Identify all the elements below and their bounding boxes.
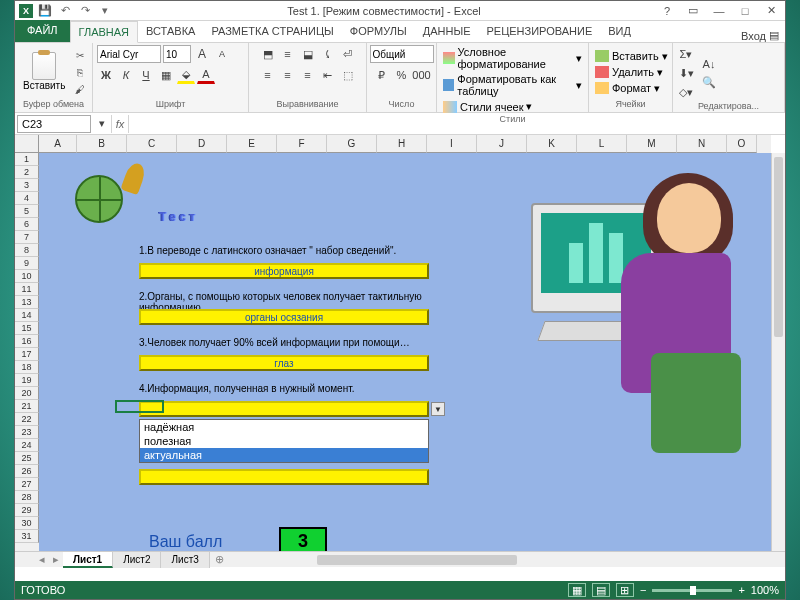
italic-button[interactable]: К: [117, 66, 135, 84]
name-box[interactable]: [17, 115, 91, 133]
answer-3[interactable]: глаз: [139, 355, 429, 371]
delete-cells-button[interactable]: Удалить▾: [593, 65, 670, 80]
percent-button[interactable]: %: [393, 66, 411, 84]
dropdown-list[interactable]: надёжная полезная актуальная: [139, 419, 429, 463]
login-icon[interactable]: ▤: [769, 29, 779, 42]
qat-undo[interactable]: ↶: [57, 3, 73, 19]
maximize-button[interactable]: □: [733, 2, 757, 20]
clear-button[interactable]: ◇▾: [677, 83, 695, 101]
answer-2[interactable]: органы осязания: [139, 309, 429, 325]
cell-styles-button[interactable]: Стили ячеек▾: [441, 99, 584, 114]
ribbon-toggle[interactable]: ▭: [681, 2, 705, 20]
font-name-select[interactable]: [97, 45, 161, 63]
view-normal-button[interactable]: ▦: [568, 583, 586, 597]
horizontal-scrollbar[interactable]: [315, 553, 771, 567]
view-pagebreak-button[interactable]: ⊞: [616, 583, 634, 597]
row-headers[interactable]: 1234567891011131415161718192021222324252…: [15, 153, 39, 551]
wordart-title: Тест: [159, 164, 199, 236]
dropdown-item-0[interactable]: надёжная: [140, 420, 428, 434]
tab-data[interactable]: ДАННЫЕ: [415, 20, 479, 42]
question-3: 3.Человек получает 90% всей информации п…: [139, 337, 479, 348]
dropdown-item-2[interactable]: актуальная: [140, 448, 428, 462]
align-bottom-button[interactable]: ⬓: [299, 45, 317, 63]
person-clipart: [511, 173, 751, 473]
sheet-nav-next[interactable]: ▸: [49, 553, 63, 566]
tab-home[interactable]: ГЛАВНАЯ: [70, 21, 138, 43]
sort-filter-button[interactable]: A↓: [697, 55, 721, 73]
help-button[interactable]: ?: [655, 2, 679, 20]
format-as-table-button[interactable]: Форматировать как таблицу▾: [441, 72, 584, 98]
add-sheet-button[interactable]: ⊕: [210, 553, 230, 566]
insert-cells-button[interactable]: Вставить▾: [593, 49, 670, 64]
wrap-text-button[interactable]: ⏎: [339, 45, 357, 63]
tab-file[interactable]: ФАЙЛ: [15, 20, 70, 42]
cut-button[interactable]: ✂: [71, 47, 89, 63]
align-middle-button[interactable]: ≡: [279, 45, 297, 63]
tab-review[interactable]: РЕЦЕНЗИРОВАНИЕ: [478, 20, 600, 42]
tab-formulas[interactable]: ФОРМУЛЫ: [342, 20, 415, 42]
font-size-select[interactable]: [163, 45, 191, 63]
format-painter-button[interactable]: 🖌: [71, 81, 89, 97]
answer-1[interactable]: информация: [139, 263, 429, 279]
underline-button[interactable]: Ч: [137, 66, 155, 84]
bold-button[interactable]: Ж: [97, 66, 115, 84]
vertical-scrollbar[interactable]: [771, 153, 785, 551]
answer-4[interactable]: [139, 401, 429, 417]
zoom-level[interactable]: 100%: [751, 584, 779, 596]
fill-button[interactable]: ⬇▾: [677, 64, 695, 82]
orientation-button[interactable]: ⤹: [319, 45, 337, 63]
format-cells-button[interactable]: Формат▾: [593, 81, 670, 96]
excel-window: X 💾 ↶ ↷ ▾ Test 1. [Режим совместимости] …: [14, 0, 786, 600]
dropdown-item-1[interactable]: полезная: [140, 434, 428, 448]
paste-button[interactable]: Вставить: [19, 51, 69, 93]
qat-more[interactable]: ▾: [97, 3, 113, 19]
h-scroll-thumb[interactable]: [317, 555, 517, 565]
merge-button[interactable]: ⬚: [339, 66, 357, 84]
zoom-slider[interactable]: [652, 589, 732, 592]
sheet-tab-2[interactable]: Лист2: [113, 552, 161, 568]
copy-button[interactable]: ⎘: [71, 64, 89, 80]
name-box-dropdown[interactable]: ▾: [93, 115, 111, 133]
worksheet-canvas[interactable]: Тест 1.В переводе с латинского означает …: [39, 153, 771, 551]
tab-page-layout[interactable]: РАЗМЕТКА СТРАНИЦЫ: [203, 20, 341, 42]
increase-font-button[interactable]: A: [193, 45, 211, 63]
align-right-button[interactable]: ≡: [299, 66, 317, 84]
qat-save[interactable]: 💾: [37, 3, 53, 19]
currency-button[interactable]: ₽: [373, 66, 391, 84]
dropdown-button[interactable]: ▼: [431, 402, 445, 416]
delete-icon: [595, 66, 609, 78]
sheet-tab-3[interactable]: Лист3: [161, 552, 209, 568]
decrease-indent-button[interactable]: ⇤: [319, 66, 337, 84]
qat-redo[interactable]: ↷: [77, 3, 93, 19]
tab-view[interactable]: ВИД: [600, 20, 639, 42]
number-format-select[interactable]: [370, 45, 434, 63]
sheet-nav-prev[interactable]: ◂: [35, 553, 49, 566]
sheet-tab-1[interactable]: Лист1: [63, 552, 113, 568]
answer-5[interactable]: [139, 469, 429, 485]
close-button[interactable]: ✕: [759, 2, 783, 20]
autosum-button[interactable]: Σ▾: [677, 45, 695, 63]
zoom-in-button[interactable]: +: [738, 584, 744, 596]
v-scroll-thumb[interactable]: [774, 157, 783, 337]
minimize-button[interactable]: —: [707, 2, 731, 20]
fx-button[interactable]: fx: [111, 115, 129, 133]
align-left-button[interactable]: ≡: [259, 66, 277, 84]
zoom-out-button[interactable]: −: [640, 584, 646, 596]
column-headers[interactable]: ABCDEFGHIJKLMNO: [39, 135, 771, 153]
select-all-button[interactable]: [15, 135, 39, 153]
login-link[interactable]: Вход: [741, 30, 766, 42]
comma-button[interactable]: 000: [413, 66, 431, 84]
view-layout-button[interactable]: ▤: [592, 583, 610, 597]
find-select-button[interactable]: 🔍: [697, 74, 721, 92]
decrease-font-button[interactable]: A: [213, 45, 231, 63]
score-label: Ваш балл: [149, 533, 222, 551]
active-cell[interactable]: [115, 400, 164, 413]
border-button[interactable]: ▦: [157, 66, 175, 84]
fill-color-button[interactable]: ⬙: [177, 66, 195, 84]
conditional-formatting-button[interactable]: Условное форматирование▾: [441, 45, 584, 71]
group-cells-label: Ячейки: [593, 99, 668, 110]
font-color-button[interactable]: A: [197, 66, 215, 84]
align-center-button[interactable]: ≡: [279, 66, 297, 84]
align-top-button[interactable]: ⬒: [259, 45, 277, 63]
tab-insert[interactable]: ВСТАВКА: [138, 20, 203, 42]
